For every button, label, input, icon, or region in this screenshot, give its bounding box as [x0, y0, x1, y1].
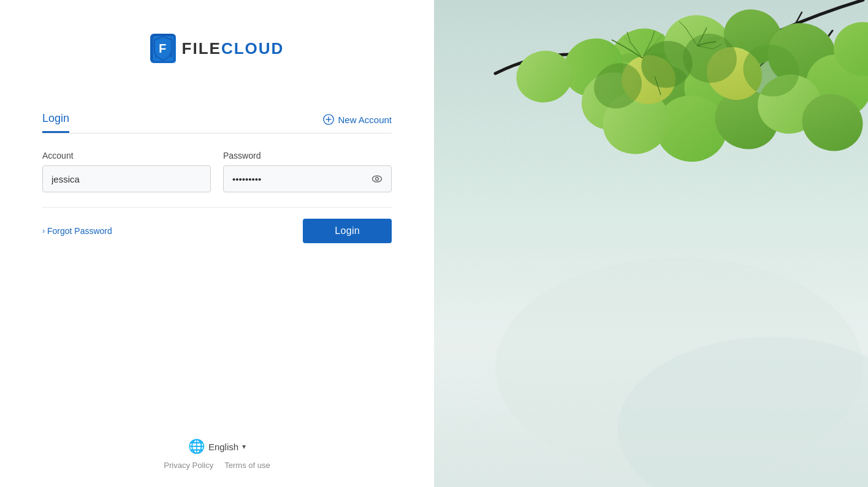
nature-scene-svg: [434, 0, 868, 487]
footer-links: Privacy Policy Terms of use: [164, 461, 270, 470]
globe-icon: 🌐: [188, 439, 205, 455]
tab-new-account[interactable]: New Account: [323, 114, 392, 131]
form-bottom: › Forgot Password Login: [42, 219, 392, 243]
logo-text: FILECLOUD: [182, 39, 284, 58]
eye-icon: [371, 173, 383, 185]
language-label: English: [208, 442, 238, 452]
logo-container: F FILECLOUD: [150, 34, 284, 63]
password-wrapper: [223, 165, 392, 192]
password-label: Password: [223, 151, 392, 160]
svg-text:F: F: [159, 42, 166, 55]
footer: 🌐 English ▾ Privacy Policy Terms of use: [164, 439, 270, 470]
form-fields-row: Account Password: [42, 151, 392, 192]
right-panel: [434, 0, 868, 487]
filecloud-logo-icon: F: [150, 34, 176, 63]
form-area: Login New Account Account Password: [42, 112, 392, 243]
terms-of-use-link[interactable]: Terms of use: [224, 461, 270, 470]
chevron-right-icon: ›: [42, 227, 45, 235]
privacy-policy-link[interactable]: Privacy Policy: [164, 461, 213, 470]
form-divider: [42, 207, 392, 208]
nature-background: [434, 0, 868, 487]
tab-login[interactable]: Login: [42, 112, 69, 133]
forgot-password-link[interactable]: › Forgot Password: [42, 226, 112, 236]
svg-point-9: [376, 178, 379, 181]
tabs: Login New Account: [42, 112, 392, 134]
language-selector[interactable]: 🌐 English ▾: [188, 439, 246, 455]
svg-point-8: [373, 176, 382, 182]
chevron-down-icon: ▾: [242, 442, 246, 451]
login-button[interactable]: Login: [303, 219, 392, 243]
password-group: Password: [223, 151, 392, 192]
toggle-password-button[interactable]: [368, 170, 386, 187]
new-account-label: New Account: [338, 115, 392, 125]
logo-area: F FILECLOUD: [0, 0, 434, 63]
password-input[interactable]: [223, 165, 392, 192]
account-input[interactable]: [42, 165, 211, 192]
account-label: Account: [42, 151, 211, 160]
plus-circle-icon: [323, 114, 334, 125]
forgot-password-label: Forgot Password: [47, 226, 112, 236]
account-group: Account: [42, 151, 211, 192]
left-panel: F FILECLOUD Login New Account Accou: [0, 0, 434, 487]
